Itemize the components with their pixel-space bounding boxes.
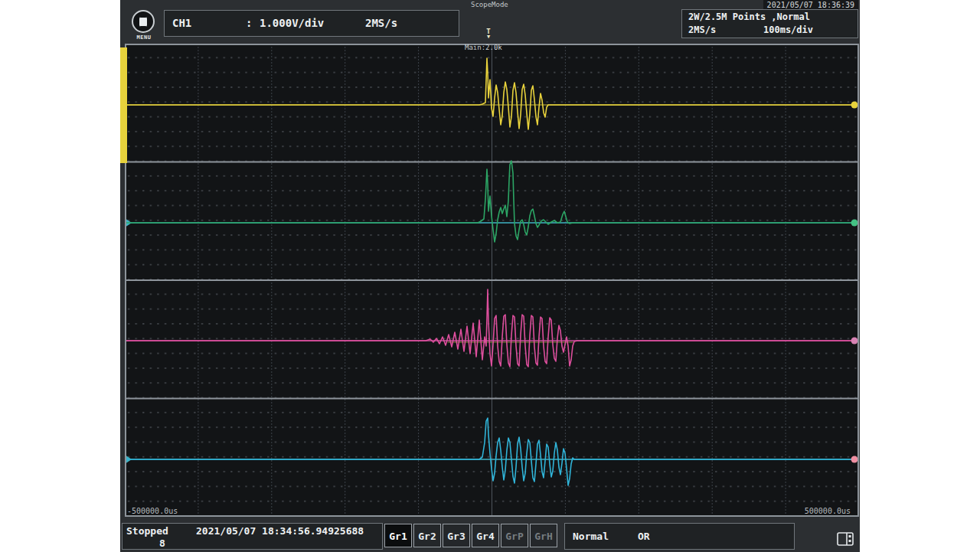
trigger-mode: Normal xyxy=(573,531,609,542)
mode-label: ScopeMode xyxy=(471,1,508,8)
tab-grh[interactable]: GrH xyxy=(530,524,557,547)
right-position-marker-ch3 xyxy=(851,338,858,345)
menu-button[interactable] xyxy=(132,10,155,33)
trigger-position-marker[interactable]: T ▼ xyxy=(483,28,494,40)
right-position-marker-ch4 xyxy=(851,456,858,463)
channel-name: CH1 xyxy=(172,17,191,29)
right-position-marker-ch2 xyxy=(851,220,858,227)
display-layout-icon[interactable] xyxy=(837,532,854,546)
acquisition-info-box[interactable]: 2W/2.5M Points ,Normal 2MS/s 100ms/div xyxy=(681,9,858,38)
tab-gr3[interactable]: Gr3 xyxy=(443,524,470,547)
acquisition-count: 8 xyxy=(159,537,165,549)
tab-grp[interactable]: GrP xyxy=(501,524,528,547)
graticule-svg xyxy=(125,44,859,517)
channel-sample-rate: 2MS/s xyxy=(365,17,397,29)
volts-per-div: 1.000V/div xyxy=(260,17,324,29)
trigger-type: OR xyxy=(638,531,650,542)
time-end-label: 500000.0us xyxy=(805,507,851,515)
record-points-info: 2W/2.5M Points ,Normal xyxy=(688,11,810,22)
tab-gr2[interactable]: Gr2 xyxy=(413,524,441,547)
record-length-label: Main:2.0k xyxy=(465,44,502,51)
time-start-label: -500000.0us xyxy=(127,507,178,515)
group-tabs: Gr1Gr2Gr3Gr4GrPGrH xyxy=(384,524,557,547)
time-per-div: 100ms/div xyxy=(763,24,813,35)
acquisition-status-box: Stopped 8 2021/05/07 18:34:56.94925688 xyxy=(122,523,383,550)
acquisition-state: Stopped xyxy=(126,525,168,537)
tab-gr4[interactable]: Gr4 xyxy=(472,524,499,547)
ch1-position-bar[interactable] xyxy=(120,47,127,163)
right-position-marker-ch1 xyxy=(851,102,858,109)
acq-sample-rate: 2MS/s xyxy=(688,24,716,35)
trigger-down-arrow-icon: ▼ xyxy=(483,34,494,40)
trigger-mode-box[interactable]: Normal OR xyxy=(564,523,795,550)
acquisition-timestamp: 2021/05/07 18:34:56.94925688 xyxy=(196,525,364,537)
channel-colon: : xyxy=(246,17,252,29)
oscilloscope-screen: ScopeMode 2021/05/07 18:36:39 MENU CH1 :… xyxy=(120,0,860,552)
channel-info-box[interactable]: CH1 : 1.000V/div 2MS/s xyxy=(164,10,459,37)
menu-button-label: MENU xyxy=(128,34,160,41)
tab-gr1[interactable]: Gr1 xyxy=(384,524,412,547)
menu-icon xyxy=(139,17,147,27)
